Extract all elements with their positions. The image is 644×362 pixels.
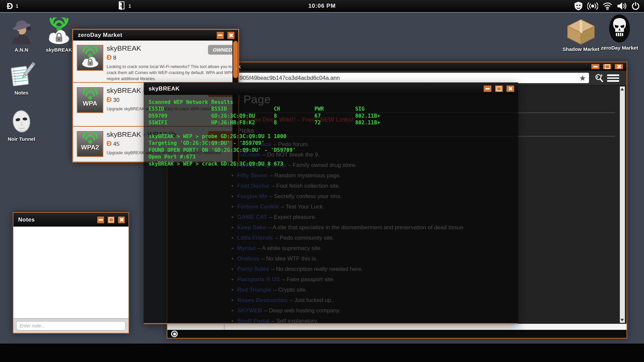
wifi-icon[interactable]: [602, 2, 612, 10]
terminal-line: FOUND OPEN PORT! ON 'GD:2G:3C:Q9:DU' - '…: [149, 147, 518, 154]
maximize-icon: [109, 218, 114, 222]
terminal-line: skyBREAK > WEP > crack GD:2G:3C:Q9:DU 8 …: [149, 161, 518, 167]
market-item-icon-label: WPA2: [81, 144, 99, 151]
close-icon: [508, 86, 513, 91]
terminal-titlebar[interactable]: skyBREAK: [144, 82, 518, 95]
horizontal-scrollbar[interactable]: [167, 324, 627, 330]
terminal-line: SSWIFI HP:JG:HB:F8:K2 8 72 802.11B+: [149, 119, 518, 126]
record-indicator-icon: [171, 330, 178, 337]
maximize-icon: [605, 64, 610, 69]
terminal-line: Scanned WEP Network Results: [149, 99, 518, 106]
desktop-icon-label: zeroDay Market: [600, 45, 639, 51]
game-desktop: A.N.N: [0, 0, 644, 362]
detective-icon: [3, 17, 40, 46]
terminal-line: D59709 GD:2G:3C:Q9:DU 8 67 802.11B+: [149, 113, 518, 119]
mask-icon: [3, 106, 40, 135]
zeroday-title: zeroDay Market: [73, 32, 122, 39]
zeroday-close-button[interactable]: [227, 32, 235, 39]
minimize-icon: [218, 35, 222, 36]
terminal-line: Targeting 'GD:2G:3C:Q9:DU' - 'D59709': [149, 140, 518, 146]
terminal-maximize-button[interactable]: [495, 85, 503, 92]
zeroday-minimize-button[interactable]: [216, 32, 224, 39]
skull-icon: [600, 15, 639, 44]
notes-minimize-button[interactable]: [97, 216, 104, 224]
terminal-line: Open Port #:673: [149, 154, 518, 160]
market-item-icon: WPA: [77, 87, 103, 113]
doscoin-icon: Ð: [107, 139, 112, 147]
volume-icon[interactable]: [617, 2, 627, 10]
skybreak-terminal-window: skyBREAK Scanned WEP Network ResultsESSI…: [144, 82, 518, 324]
desktop-icon-zeroday-market[interactable]: zeroDay Market: [600, 15, 639, 51]
desktop-icon-noir-tunnel[interactable]: Noir Tunnel: [3, 106, 40, 142]
notes-window: Notes: [13, 212, 129, 334]
terminal-title: skyBREAK: [144, 85, 180, 92]
browser-minimize-button[interactable]: [591, 64, 600, 69]
terminal-close-button[interactable]: [506, 85, 515, 92]
close-icon: [119, 218, 124, 222]
market-item-icon: WPA2: [77, 131, 103, 157]
notes-maximize-button[interactable]: [107, 216, 115, 224]
notepad-icon: [3, 60, 40, 88]
terminal-line: ESSID BSSID CH PWR SIG: [149, 106, 518, 112]
minimize-icon: [593, 66, 598, 67]
maximize-icon: [496, 86, 501, 91]
minimize-icon: [99, 219, 103, 221]
desktop-icon-label: Noir Tunnel: [3, 136, 40, 142]
market-item-price: Ð30: [107, 96, 119, 104]
notes-footer: [13, 318, 128, 333]
notes-close-button[interactable]: [118, 216, 125, 224]
cardboard-box-icon: [562, 16, 600, 45]
desktop-icon-label: A.N.N: [3, 47, 40, 53]
clock: 10:06 PM: [0, 0, 644, 12]
terminal-line: [149, 126, 518, 133]
power-icon[interactable]: [631, 2, 640, 10]
desktop-icon-shadow-market[interactable]: Shadow Market: [562, 16, 600, 52]
market-item-price: Ð45: [107, 139, 119, 147]
desktop-icon-notes[interactable]: Notes: [3, 60, 40, 96]
doscoin-icon: Ð: [107, 96, 112, 103]
notes-list-area[interactable]: [13, 227, 128, 319]
broadcast-signal-icon[interactable]: [587, 2, 598, 10]
bookmark-star-icon[interactable]: ★: [579, 73, 586, 83]
browser-menu-icon[interactable]: [607, 74, 619, 83]
top-status-bar: Ð 1 1 10:06 PM: [0, 0, 644, 13]
terminal-line: skyBREAK > WEP > probe GD:2G:3C:Q9:DU 1 …: [149, 133, 518, 140]
market-item-icon-label: WPA: [83, 100, 97, 107]
doscoin-icon: Ð: [107, 53, 112, 61]
market-item-price: Ð8: [107, 53, 116, 61]
scroll-up-icon[interactable]: [621, 88, 624, 90]
market-item-name: skyBREAK: [107, 44, 141, 52]
scroll-down-icon[interactable]: [621, 319, 624, 321]
terminal-console[interactable]: Scanned WEP Network ResultsESSID BSSID C…: [144, 95, 518, 323]
desktop-icon-ann[interactable]: A.N.N: [3, 17, 40, 53]
scrollbar-thumb[interactable]: [233, 41, 238, 78]
notes-titlebar[interactable]: Notes: [13, 213, 128, 227]
bottom-bar: [0, 344, 644, 362]
desktop-icon-label: Shadow Market: [562, 46, 600, 52]
vertical-scrollbar[interactable]: [620, 86, 625, 323]
notes-title: Notes: [13, 217, 35, 223]
status-icon-tray: [574, 0, 640, 12]
close-icon: [617, 64, 621, 69]
terminal-minimize-button[interactable]: [483, 85, 492, 92]
browser-status-bar: [167, 330, 627, 338]
view-source-search-icon[interactable]: [594, 73, 604, 84]
divider: [224, 324, 224, 330]
market-item-icon: [77, 45, 103, 71]
minimize-icon: [485, 88, 490, 89]
desktop-icon-label: Notes: [3, 90, 40, 96]
zeroday-titlebar[interactable]: zeroDay Market: [73, 30, 238, 41]
market-item-description: Looking to crack some local Wi-Fi networ…: [107, 64, 238, 82]
market-item: skyBREAK Ð8 Looking to crack some local …: [73, 41, 238, 83]
note-input[interactable]: [16, 321, 126, 330]
browser-close-button[interactable]: [614, 64, 623, 69]
close-icon: [229, 33, 233, 38]
browser-maximize-button[interactable]: [603, 64, 611, 69]
antivirus-shield-icon[interactable]: [574, 1, 583, 11]
